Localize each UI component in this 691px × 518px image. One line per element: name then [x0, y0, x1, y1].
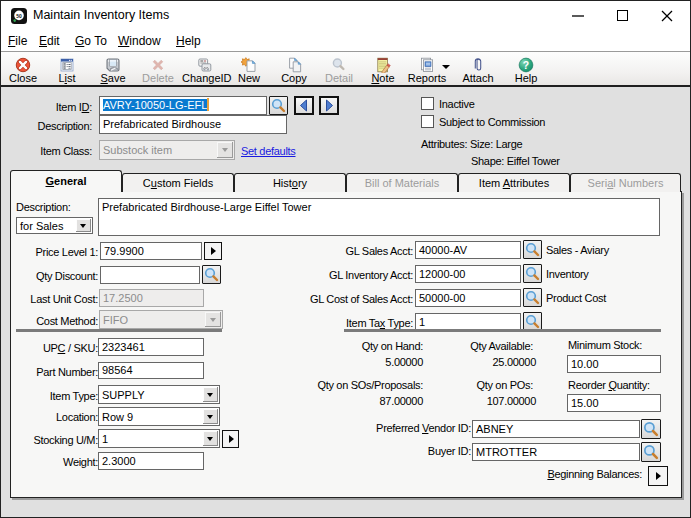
svg-text:?: ?	[523, 60, 529, 71]
svg-text:50: 50	[16, 13, 22, 19]
